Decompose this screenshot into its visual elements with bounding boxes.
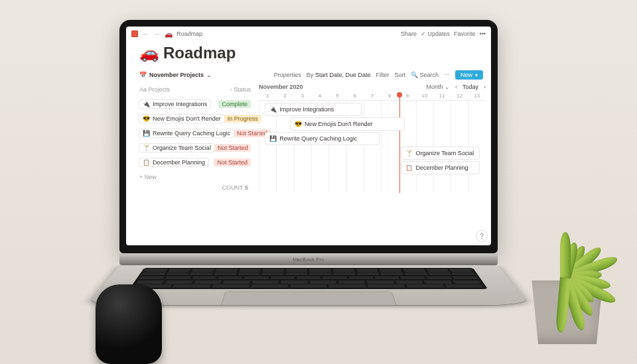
view-toolbar: 📅 November Projects ⌄ Properties By Star… xyxy=(126,68,491,80)
properties-button[interactable]: Properties xyxy=(274,72,301,78)
prop-plant xyxy=(518,245,617,344)
new-button[interactable]: New▾ xyxy=(455,70,483,80)
timeline-day: 4 xyxy=(311,93,328,99)
timeline-day: 1 xyxy=(259,93,276,99)
timeline-bar[interactable]: 📋December Planning xyxy=(401,162,478,174)
status-badge[interactable]: Not Started xyxy=(214,158,251,166)
timeline: November 2020 Month ⌄ ‹ Today › 12345678… xyxy=(256,80,491,239)
project-chip[interactable]: 💾Rewrite Query Caching Logic xyxy=(139,129,234,137)
list-item[interactable]: 📋December PlanningNot Started xyxy=(139,155,251,170)
timeline-prev[interactable]: ‹ xyxy=(455,84,457,90)
list-item[interactable]: 💾Rewrite Query Caching LogicNot Started xyxy=(139,126,251,141)
search-button[interactable]: 🔍 Search xyxy=(411,72,439,78)
calendar-icon: 📅 xyxy=(139,72,147,78)
project-chip[interactable]: 😎New Emojis Don't Render xyxy=(139,115,224,123)
chevron-down-icon: ▾ xyxy=(475,72,478,78)
timeline-day: 13 xyxy=(468,93,486,99)
topbar: ← → 🚗 Roadmap Share ✓ Updates Favorite •… xyxy=(126,27,491,41)
timeline-bar[interactable]: 🔌Improve Integrations xyxy=(265,103,361,115)
timeline-month: November 2020 xyxy=(259,84,303,90)
help-button[interactable]: ? xyxy=(476,231,487,241)
timeline-next[interactable]: › xyxy=(484,84,486,90)
nav-back-button[interactable]: ← xyxy=(142,30,149,38)
add-new-row[interactable]: + New xyxy=(139,170,251,184)
status-badge[interactable]: Complete xyxy=(218,100,251,108)
laptop-trackpad xyxy=(220,291,397,305)
timeline-day: 10 xyxy=(416,93,433,99)
chevron-down-icon: ⌄ xyxy=(206,72,212,78)
view-options-button[interactable]: ⋯ xyxy=(444,72,450,78)
timeline-grid[interactable]: 🔌Improve Integrations😎New Emojis Don't R… xyxy=(259,100,486,193)
timeline-today[interactable]: Today xyxy=(462,84,478,90)
list-item[interactable]: 😎New Emojis Don't RenderIn Progress xyxy=(139,111,251,126)
favorite-button[interactable]: Favorite xyxy=(454,30,476,37)
page-title[interactable]: Roadmap xyxy=(163,44,236,62)
list-item[interactable]: 🍸Organize Team SocialNot Started xyxy=(139,141,251,155)
project-chip[interactable]: 📋December Planning xyxy=(139,158,208,166)
breadcrumb-emoji: 🚗 xyxy=(165,30,173,38)
timeline-day: 7 xyxy=(364,93,381,99)
row-count: COUNT 5 xyxy=(139,184,251,191)
timeline-bar[interactable]: 💾Rewrite Query Caching Logic xyxy=(265,133,379,145)
filter-button[interactable]: Filter xyxy=(376,72,389,78)
timeline-day: 3 xyxy=(294,93,311,99)
breadcrumb-title[interactable]: Roadmap xyxy=(177,30,202,37)
timeline-day: 11 xyxy=(433,93,451,99)
nav-forward-button[interactable]: → xyxy=(153,30,161,38)
timeline-scale[interactable]: Month ⌄ xyxy=(426,84,450,90)
timeline-now-marker xyxy=(397,92,402,97)
timeline-bar[interactable]: 😎New Emojis Don't Render xyxy=(291,118,404,130)
timeline-day: 8 xyxy=(381,93,398,99)
col-status[interactable]: ◦ Status xyxy=(230,86,251,93)
view-switcher[interactable]: 📅 November Projects ⌄ xyxy=(139,72,212,78)
timeline-bar[interactable]: 🍸Organize Team Social xyxy=(401,147,478,159)
view-name: November Projects xyxy=(149,72,204,78)
share-button[interactable]: Share xyxy=(401,30,417,37)
app-window: ← → 🚗 Roadmap Share ✓ Updates Favorite •… xyxy=(126,27,491,245)
timeline-now-line xyxy=(399,94,400,193)
sort-button[interactable]: Sort xyxy=(394,72,405,78)
project-list: Aa Projects ◦ Status 🔌Improve Integratio… xyxy=(126,80,256,239)
timeline-day: 5 xyxy=(328,93,346,99)
col-projects[interactable]: Aa Projects xyxy=(139,86,170,93)
timeline-day: 6 xyxy=(346,93,364,99)
project-chip[interactable]: 🔌Improve Integrations xyxy=(139,100,210,108)
status-badge[interactable]: Not Started xyxy=(214,144,251,152)
prop-speaker xyxy=(96,284,162,364)
timeline-day: 12 xyxy=(451,93,468,99)
project-chip[interactable]: 🍸Organize Team Social xyxy=(139,144,214,152)
groupby-button[interactable]: By Start Date, Due Date xyxy=(307,72,371,78)
timeline-day-scale: 12345678910111213 xyxy=(259,93,486,99)
page-emoji[interactable]: 🚗 xyxy=(139,44,159,62)
timeline-day: 2 xyxy=(276,93,293,99)
sidebar-toggle-icon[interactable] xyxy=(131,30,138,37)
updates-button[interactable]: ✓ Updates xyxy=(421,30,450,37)
list-item[interactable]: 🔌Improve IntegrationsComplete xyxy=(139,97,251,111)
page-header: 🚗 Roadmap xyxy=(126,41,491,68)
laptop-hinge: MacBook Pro xyxy=(119,253,498,265)
more-button[interactable]: ••• xyxy=(480,30,486,37)
